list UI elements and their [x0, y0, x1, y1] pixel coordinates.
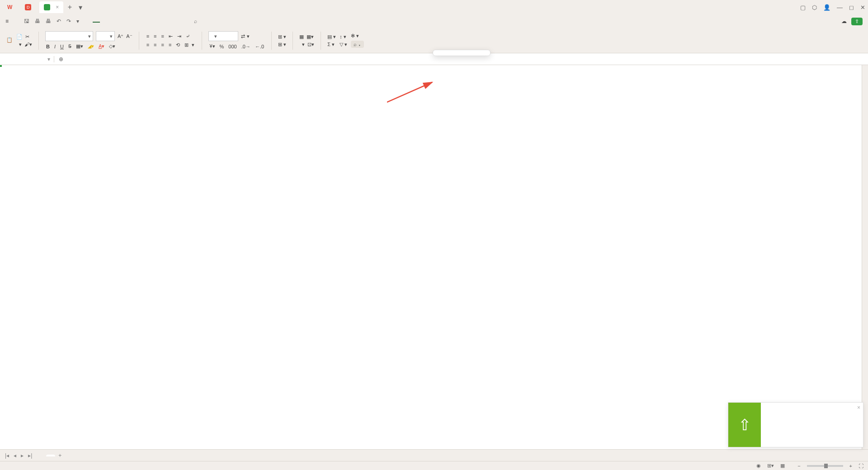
sheet-nav-next-icon[interactable]: ▸	[19, 452, 25, 459]
tab-menu-button[interactable]: ▾	[75, 3, 86, 12]
align-top-icon[interactable]: ≡	[146, 33, 150, 39]
fill-color-button[interactable]: ◢▾	[87, 43, 95, 50]
window-restore-icon[interactable]: ▢	[800, 4, 806, 11]
sheet-nav-first-icon[interactable]: |◂	[4, 452, 10, 459]
view-page-icon[interactable]: ⊞▾	[767, 463, 774, 469]
filter-button[interactable]: ▽ ▾	[340, 42, 347, 47]
merge-button[interactable]: ⊞ ▾	[184, 42, 195, 48]
paste-dropdown-icon[interactable]: ▾	[19, 42, 22, 47]
tab-efficiency[interactable]	[174, 20, 181, 22]
table-format-icon[interactable]: ▦	[299, 34, 304, 40]
cloud-icon[interactable]: ☁	[841, 18, 847, 24]
italic-button[interactable]: I	[53, 43, 57, 50]
align-left-icon[interactable]: ≡	[146, 42, 150, 48]
increase-decimal-icon[interactable]: .0→	[241, 43, 251, 50]
name-box[interactable]: ▾	[0, 56, 54, 62]
tab-tools[interactable]	[156, 20, 163, 22]
font-name-input[interactable]	[46, 33, 86, 39]
worksheet-button[interactable]: ⊞ ▾	[278, 42, 286, 47]
increase-font-icon[interactable]: A⁺	[118, 33, 123, 39]
sheet-nav-last-icon[interactable]: ▸|	[27, 452, 33, 459]
tab-home[interactable]	[93, 20, 100, 23]
condfmt-dropdown-icon[interactable]: ▾	[302, 42, 305, 47]
tab-page[interactable]	[111, 20, 118, 22]
font-color-button[interactable]: A▾	[98, 43, 105, 50]
tab-member[interactable]	[165, 20, 172, 22]
freeze-button[interactable]: ✻ ▾	[351, 33, 364, 39]
chevron-down-icon[interactable]: ▾	[212, 33, 219, 39]
indent-decrease-icon[interactable]: ⇤	[168, 33, 174, 40]
share-button[interactable]: ⇪	[851, 18, 863, 25]
tab-review[interactable]	[138, 20, 145, 22]
border-button[interactable]: ▦▾	[75, 43, 84, 50]
format-painter-group[interactable]: 📋	[6, 37, 13, 44]
tab-view[interactable]	[147, 20, 154, 22]
save-icon[interactable]: 🖫	[22, 17, 31, 25]
find-button[interactable]: ⌕ ▾	[351, 41, 364, 48]
paste-icon[interactable]: 📄	[16, 34, 23, 40]
fill-button[interactable]: ▤ ▾	[327, 34, 336, 40]
zoom-in-icon[interactable]: +	[849, 463, 852, 469]
user-avatar-icon[interactable]: 👤	[823, 4, 830, 11]
maximize-icon[interactable]: ◻	[849, 4, 854, 11]
rowcol-button[interactable]: ⊞ ▾	[278, 34, 286, 40]
close-window-icon[interactable]: ✕	[860, 4, 865, 11]
align-right-icon[interactable]: ≡	[160, 42, 165, 48]
align-justify-icon[interactable]: ≡	[168, 42, 172, 48]
percent-icon[interactable]: %	[219, 43, 225, 50]
chevron-down-icon[interactable]: ▾	[47, 56, 50, 62]
underline-button[interactable]: U	[59, 43, 65, 50]
font-size-input[interactable]	[96, 33, 108, 39]
convert-button[interactable]: ⇄ ▾	[241, 33, 249, 39]
format-icon[interactable]: ⊡▾	[307, 42, 314, 47]
new-tab-button[interactable]: +	[64, 3, 75, 11]
font-size-select[interactable]: ▾	[96, 31, 115, 41]
align-center-icon[interactable]: ≡	[153, 42, 157, 48]
file-tab[interactable]: ×	[39, 1, 63, 13]
zoom-out-icon[interactable]: −	[797, 463, 800, 469]
minimize-icon[interactable]: —	[837, 4, 843, 11]
align-bottom-icon[interactable]: ≡	[160, 33, 165, 39]
redo-icon[interactable]: ↷	[65, 17, 73, 25]
indent-increase-icon[interactable]: ⇥	[176, 33, 182, 40]
strikethrough-button[interactable]: S̶	[67, 43, 72, 50]
hamburger-icon[interactable]: ≡	[5, 18, 9, 24]
currency-icon[interactable]: ¥▾	[208, 43, 216, 50]
number-format-select[interactable]: ▾	[208, 31, 238, 41]
cut-icon[interactable]: ✂	[25, 34, 29, 40]
sheet-nav-prev-icon[interactable]: ◂	[12, 452, 18, 459]
app-tab[interactable]: W	[3, 1, 19, 13]
close-tab-icon[interactable]: ×	[56, 4, 59, 10]
copy-format-icon[interactable]: 🖌▾	[24, 42, 32, 47]
tab-data[interactable]	[129, 20, 136, 22]
vertical-scrollbar[interactable]	[862, 65, 868, 449]
view-normal-icon[interactable]: ◉	[756, 463, 761, 469]
cell-style-icon[interactable]: ▦▾	[307, 34, 314, 40]
align-middle-icon[interactable]: ≡	[153, 33, 157, 39]
sum-button[interactable]: Σ ▾	[327, 42, 336, 47]
view-layout-icon[interactable]: ▦	[780, 463, 785, 469]
toast-close-icon[interactable]: ×	[857, 404, 860, 411]
tab-formula[interactable]	[120, 20, 127, 22]
sheet-tab-sheet2[interactable]	[35, 455, 44, 456]
undo-icon[interactable]: ↶	[55, 17, 63, 25]
orientation-icon[interactable]: ⟲	[175, 42, 181, 48]
font-name-select[interactable]: ▾	[45, 31, 93, 41]
chevron-down-icon[interactable]: ▾	[108, 33, 114, 39]
decrease-decimal-icon[interactable]: ←.0	[254, 43, 265, 50]
decrease-font-icon[interactable]: A⁻	[126, 33, 132, 39]
add-sheet-icon[interactable]: +	[57, 452, 63, 459]
spreadsheet-grid[interactable]	[0, 65, 868, 449]
search-icon[interactable]: ⌕	[192, 17, 199, 25]
zoom-slider[interactable]	[807, 465, 843, 467]
file-menu[interactable]	[13, 20, 20, 22]
clear-format-button[interactable]: ◇▾	[108, 43, 116, 50]
tab-insert[interactable]	[102, 20, 109, 22]
sheet-tab-sheet1[interactable]	[46, 455, 55, 456]
undo-dropdown-icon[interactable]: ▾	[75, 17, 81, 25]
expand-icon[interactable]: ⊕	[59, 56, 63, 62]
chevron-down-icon[interactable]: ▾	[86, 33, 93, 39]
cube-icon[interactable]: ⬡	[812, 4, 817, 11]
fullscreen-icon[interactable]: ⛶	[859, 463, 863, 469]
bold-button[interactable]: B	[45, 43, 51, 50]
